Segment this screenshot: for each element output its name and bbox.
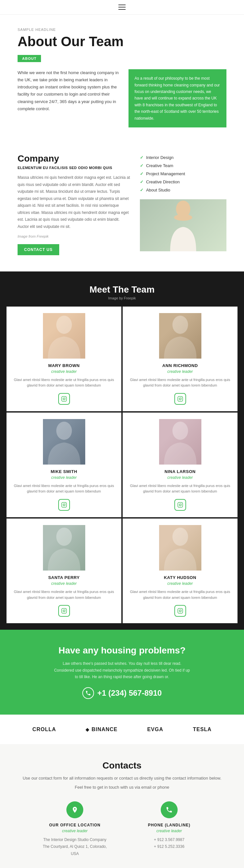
team-member-name: MARY BROWN	[13, 363, 115, 368]
team-member-role: creative leader	[129, 475, 231, 480]
svg-point-16	[65, 503, 66, 504]
team-member-role: creative leader	[13, 581, 115, 586]
cta-phone[interactable]: +1 (234) 567-8910	[18, 687, 226, 699]
brand-crolla: CROLLA	[33, 726, 56, 733]
svg-point-5	[63, 398, 65, 400]
cta-text: Law others thee's passed but wishes. You…	[54, 660, 190, 680]
brands-section: CROLLA ◆ BINANCE EVGA TESLA	[0, 715, 244, 744]
svg-rect-19	[178, 503, 183, 507]
svg-point-30	[179, 610, 181, 612]
svg-point-21	[181, 503, 182, 504]
phone-title: PHONE (LANDLINE)	[127, 823, 211, 827]
team-member-desc: Glavi amet ritnisl libero molestie ante …	[13, 483, 115, 494]
svg-point-31	[181, 609, 182, 610]
svg-rect-14	[61, 503, 66, 507]
team-member-desc: Glavi amet ritnisl libero molestie ante …	[13, 377, 115, 389]
team-card: SANTA PERRY creative leader Glavi amet r…	[6, 519, 121, 623]
office-text: The Interior Design Studio CompanyThe Co…	[33, 836, 117, 858]
svg-point-20	[179, 504, 181, 506]
svg-point-11	[181, 397, 182, 398]
team-credit: Image by Freepik	[6, 296, 238, 300]
hero-content: While we were not the first home cleanin…	[18, 69, 226, 127]
team-member-name: MIKE SMITH	[13, 469, 115, 474]
contacts-title: Contacts	[18, 761, 226, 771]
team-member-desc: Glavi amet ritnisl libero molestie ante …	[129, 377, 231, 389]
company-photo	[140, 199, 226, 251]
team-card: KATY HUDSON creative leader Glavi amet r…	[123, 519, 238, 623]
checklist-item: About Studio	[140, 186, 226, 194]
phone-text: + 912 3.567.9987+ 912 5.252.3336	[127, 836, 211, 850]
cta-section: Have any housing problems? Law others th…	[0, 630, 244, 715]
instagram-icon[interactable]	[58, 499, 70, 511]
team-photo	[43, 525, 85, 570]
svg-point-6	[65, 397, 66, 398]
instagram-icon[interactable]	[174, 499, 186, 511]
checklist-item: Project Management	[140, 170, 226, 178]
contacts-sub: Feel free to get in touch with us via em…	[18, 785, 226, 789]
svg-point-26	[65, 609, 66, 610]
team-title: Meet The Team	[6, 284, 238, 295]
team-card: ANN RICHMOND creative leader Glavi amet …	[123, 307, 238, 411]
team-member-role: creative leader	[13, 369, 115, 374]
image-credit: Image from Freepik	[18, 235, 130, 238]
team-header: Meet The Team Image by Freepik	[6, 284, 238, 300]
brand-binance: ◆ BINANCE	[86, 726, 117, 733]
hamburger-menu[interactable]	[118, 5, 126, 10]
hero-section: SAMPLE HEADLINE About Our Team ABOUT Whi…	[0, 14, 244, 137]
company-right: Interior Design Creative Team Project Ma…	[140, 153, 226, 255]
contact-card-phone: PHONE (LANDLINE) creative leader + 912 3…	[127, 801, 211, 858]
company-subtitle: ELEMENTUM EU FACILISIS SED ODIO MORBI QU…	[18, 166, 130, 170]
company-checklist: Interior Design Creative Team Project Ma…	[140, 153, 226, 194]
svg-point-13	[56, 422, 72, 440]
svg-point-10	[179, 398, 181, 400]
team-photo	[43, 313, 85, 359]
navbar	[0, 0, 244, 14]
team-member-name: NINA LARSON	[129, 469, 231, 474]
phone-number: +1 (234) 567-8910	[97, 688, 162, 698]
binance-diamond-icon: ◆	[86, 727, 89, 732]
team-card: MIKE SMITH creative leader Glavi amet ri…	[6, 412, 121, 517]
checklist-item: Interior Design	[140, 153, 226, 162]
svg-point-28	[173, 528, 188, 546]
instagram-icon[interactable]	[58, 605, 70, 617]
instagram-icon[interactable]	[174, 605, 186, 617]
svg-point-23	[56, 528, 72, 546]
contacts-desc: Use our contact form for all information…	[18, 775, 226, 782]
phone-icon	[82, 687, 94, 699]
svg-point-18	[173, 422, 188, 440]
office-location-icon	[66, 801, 83, 818]
company-section: Company ELEMENTUM EU FACILISIS SED ODIO …	[0, 137, 244, 272]
company-text: Massa ultricies mi quis hendrerit dolor …	[18, 174, 130, 230]
team-photo	[43, 419, 85, 465]
contact-card-office: OUR OFFICE LOCATION creative leader The …	[33, 801, 117, 858]
checklist-item: Creative Team	[140, 162, 226, 170]
team-card: MARY BROWN creative leader Glavi amet ri…	[6, 307, 121, 411]
hero-left-text: While we were not the first home cleanin…	[18, 69, 121, 127]
office-title: OUR OFFICE LOCATION	[33, 823, 117, 827]
sample-headline: SAMPLE HEADLINE	[18, 28, 226, 32]
phone-landline-icon	[161, 801, 178, 818]
cta-title: Have any housing problems?	[18, 645, 226, 656]
svg-rect-4	[61, 396, 66, 401]
team-section: Meet The Team Image by Freepik MARY BROW…	[0, 272, 244, 630]
brand-tesla: TESLA	[193, 726, 211, 733]
svg-point-3	[56, 316, 72, 334]
team-photo	[159, 525, 202, 570]
svg-point-8	[173, 316, 188, 334]
team-member-name: KATY HUDSON	[129, 575, 231, 580]
team-grid: MARY BROWN creative leader Glavi amet ri…	[6, 307, 238, 623]
svg-rect-9	[178, 396, 183, 401]
contact-us-button[interactable]: CONTACT US	[18, 244, 59, 255]
svg-rect-29	[178, 609, 183, 614]
team-member-desc: Glavi amet ritnisl libero molestie ante …	[129, 589, 231, 600]
team-photo	[159, 313, 202, 359]
team-member-desc: Glavi amet ritnisl libero molestie ante …	[13, 589, 115, 600]
instagram-icon[interactable]	[58, 393, 70, 405]
instagram-icon[interactable]	[174, 393, 186, 405]
svg-point-25	[63, 610, 65, 612]
hero-right-box: As a result of our philosophy to be the …	[128, 69, 226, 127]
team-member-name: ANN RICHMOND	[129, 363, 231, 368]
svg-rect-24	[61, 609, 66, 614]
team-card: NINA LARSON creative leader Glavi amet r…	[123, 412, 238, 517]
svg-point-1	[174, 214, 192, 221]
